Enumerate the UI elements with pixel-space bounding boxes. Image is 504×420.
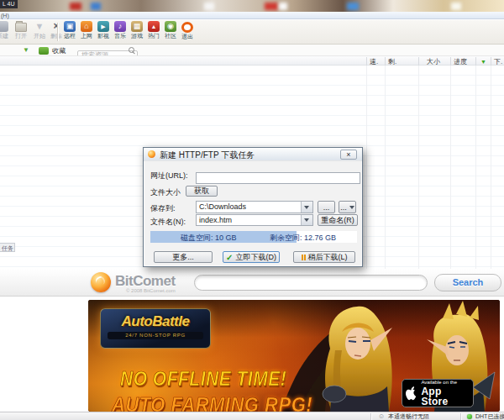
bitcomet-main-window: L 4U (H) 新建 打开 ▼ 开始 × 删除 ▣ 远程 ⌂ 上网 [0,0,504,420]
column-separator[interactable] [450,57,451,66]
bitcomet-logo-icon [91,272,111,292]
dialog-title: 新建 HTTP/FTP 下载任务 [160,150,255,161]
toolbar-button-video[interactable]: ▶ 影视 [94,21,113,39]
column-separator[interactable] [385,57,386,66]
toolbar-label: 游戏 [128,33,146,39]
get-filesize-button[interactable]: 获取 [186,186,218,197]
game-icon: ▦ [131,21,143,32]
toolbar-label: 热门 [144,33,163,39]
toolbar-button-exit[interactable]: 退出 [178,21,197,40]
desktop-background-strip [0,0,504,12]
toolbar-label: 开始 [30,33,49,39]
download-now-label: 立即下载(D) [235,252,276,263]
autobattle-logo-subtitle: 24/7 NON-STOP RPG [108,332,203,339]
web-search-box[interactable] [194,274,428,290]
toolbar-button-game[interactable]: ▦ 游戏 [128,21,146,39]
toolbar-button-hot[interactable]: ▲ 热门 [144,21,163,39]
dialog-title-bar[interactable]: 新建 HTTP/FTP 下载任务 × [144,148,362,161]
photo-block [91,3,101,10]
folder-history-button[interactable]: ... [339,201,356,213]
toolbar-button-start[interactable]: ▼ 开始 [30,21,49,39]
grid-line [418,66,419,269]
bitcomet-tagline: © 2008 BitComet.com [126,288,176,293]
grid-line [491,66,491,269]
menu-bar[interactable]: (H) [0,12,504,19]
url-label: 网址(URL): [150,171,188,181]
pause-icon [302,255,306,260]
favorites-icon[interactable] [39,47,49,55]
filename-combobox[interactable]: index.htm [196,214,313,226]
filename-value: index.htm [199,216,232,224]
toolbar-label: 影视 [94,33,113,39]
toolbar-label: 上网 [77,33,96,39]
free-space-text: 剩余空间: 12.76 GB [270,233,336,244]
port-status-smiley-icon: ☺ [378,412,385,420]
exit-ring-icon [181,22,193,33]
disk-space-text: 磁盘空间: 10 GB [181,233,237,244]
search-button[interactable]: Search [434,274,501,291]
column-remaining[interactable]: 剩. [388,58,396,66]
download-later-label: 稍后下载(L) [308,252,348,263]
photo-block [204,3,214,10]
url-field-wrap[interactable] [196,169,360,181]
download-now-button[interactable]: ✓ 立即下载(D) [223,251,280,263]
download-later-button[interactable]: 稍后下载(L) [293,251,355,263]
ad-headline-2: AUTO FARMING RPG! [112,392,312,412]
download-sort-icon[interactable]: ▼ [480,58,486,66]
photo-block [347,3,359,10]
grid-line [450,66,451,269]
status-bar: ☺ 本通道畅行无阻 DHT已连接 [0,412,504,420]
search-icon[interactable] [129,47,134,53]
ad-banner[interactable]: AutoBattle 24/7 NON-STOP RPG NO OFFLINE … [88,300,500,412]
toolbar-button-home[interactable]: ⌂ 上网 [77,21,96,39]
photo-block [279,3,287,10]
saveto-value: C:\Downloads [199,202,246,211]
remote-icon: ▣ [64,21,76,32]
toolbar-button-remote[interactable]: ▣ 远程 [60,21,79,39]
close-icon[interactable]: × [340,150,357,160]
column-separator[interactable] [366,57,367,66]
column-separator[interactable] [418,57,419,66]
photo-block [265,3,278,10]
toolbar-label: 音乐 [111,33,129,39]
filename-label: 文件名(N): [150,217,186,228]
menu-item-fragment[interactable]: (H) [1,13,9,18]
browse-button[interactable]: ... [318,201,335,213]
photo-block [451,3,461,10]
appstore-line2: App Store [421,386,470,407]
port-status-text: 本通道畅行无阻 [388,412,429,420]
new-task-icon [0,21,8,32]
toolbar-separator [57,23,59,41]
saveto-label: 保存到: [150,203,176,214]
column-speed[interactable]: 速. [370,58,378,66]
check-icon: ✓ [226,253,233,262]
toolbar-button-community[interactable]: ◉ 社区 [161,21,180,39]
chevron-down-icon[interactable] [301,215,312,225]
column-download[interactable]: 下. [494,58,502,66]
saveto-combobox[interactable]: C:\Downloads [196,201,313,213]
dht-status-text: DHT已连接 [475,412,504,420]
favorites-label[interactable]: 收藏 [52,47,66,55]
dht-green-dot-icon [467,414,472,419]
column-size[interactable]: 大小 [427,58,440,66]
chevron-down-icon[interactable] [301,202,312,213]
app-store-badge[interactable]: Available on the App Store [402,379,474,407]
toolbar-label: 远程 [60,33,79,39]
web-search-input[interactable] [194,275,428,291]
column-separator[interactable] [491,57,491,66]
column-separator[interactable] [475,57,476,66]
toolbar-button-open[interactable]: 打开 [12,21,30,39]
download-arrow-icon[interactable]: ▼ [23,47,29,54]
url-input[interactable] [196,172,360,184]
rename-button[interactable]: 重命名(R) [318,214,358,226]
community-icon: ◉ [165,21,176,32]
toolbar-button-new[interactable]: 新建 [0,21,12,39]
status-separator [460,413,462,420]
quick-search-box[interactable] [77,45,138,55]
more-button[interactable]: 更多... [154,251,213,263]
bitcomet-search-bar: BitComet © 2008 BitComet.com Search [0,269,504,297]
toolbar-button-music[interactable]: ♪ 音乐 [111,21,129,39]
collapsed-panel-tab[interactable]: 任务 [0,243,15,252]
column-progress[interactable]: 进度 [454,58,467,66]
apple-icon [406,386,417,401]
